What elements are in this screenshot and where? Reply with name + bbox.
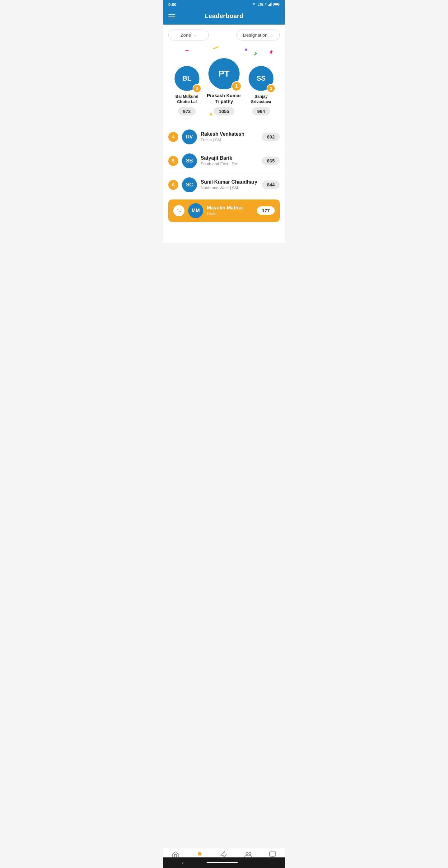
podium-row: BL 2 Bal Mukund Chotte Lal 972 PT 1 Prak… [168, 47, 280, 119]
lte-r: R [265, 3, 267, 6]
list-name: Rakesh Venkatesh [201, 131, 262, 137]
list-avatar: SB [182, 153, 197, 168]
avatar-second: BL 2 [174, 66, 199, 91]
current-avatar: MM [188, 203, 203, 218]
current-user-subtitle: Head [207, 211, 257, 216]
podium-second[interactable]: BL 2 Bal Mukund Chotte Lal 972 [168, 66, 205, 116]
designation-chevron: ⌄ [270, 33, 273, 37]
svg-rect-5 [279, 4, 280, 5]
rank-badge: 6 [168, 180, 178, 190]
list-name: Satyajit Barik [201, 155, 262, 161]
podium-score-first: 1055 [214, 107, 234, 116]
wifi-icon [251, 2, 256, 6]
header: Leaderboard [163, 9, 285, 25]
current-user-name: Mayukh Mathur [207, 205, 257, 211]
podium-score-second: 972 [178, 107, 196, 116]
svg-rect-0 [268, 5, 269, 6]
status-icons: LTE R [251, 2, 280, 6]
rank-badge: 5 [168, 156, 178, 166]
main-content: Zone ⌄ Designation ⌄ [163, 25, 285, 243]
svg-rect-3 [271, 2, 272, 6]
rank-badge-second: 2 [193, 84, 201, 93]
list-subtitle: Focus | SM [201, 137, 262, 142]
list-info: Rakesh Venkatesh Focus | SM [201, 131, 262, 142]
list-score: 892 [262, 132, 280, 141]
rank-badge: 4 [168, 132, 178, 142]
list-score: 844 [262, 181, 280, 189]
avatar-third: SS 3 [249, 66, 274, 91]
designation-filter[interactable]: Designation ⌄ [236, 30, 280, 40]
list-subtitle: North and West | SM [201, 185, 262, 190]
page-title: Leaderboard [175, 12, 273, 20]
list-score: 865 [262, 157, 280, 165]
svg-rect-1 [269, 4, 270, 6]
podium-name-second: Bal Mukund Chotte Lal [171, 94, 202, 104]
avatar-first: PT 1 [209, 58, 239, 89]
list-subtitle: South and East | SM [201, 161, 262, 166]
rank-badge-first: 1 [231, 81, 242, 91]
zone-filter[interactable]: Zone ⌄ [168, 30, 209, 40]
list-name: Sunil Kumar Chaudhary [201, 179, 262, 185]
signal-icon [268, 2, 272, 6]
svg-rect-6 [274, 3, 278, 5]
list-avatar: RV [182, 129, 197, 145]
list-item[interactable]: 5 SB Satyajit Barik South and East | SM … [163, 149, 285, 173]
lte-label: LTE [258, 3, 263, 6]
rank-badge-third: 3 [267, 84, 275, 93]
current-user-info: Mayukh Mathur Head [207, 205, 257, 216]
list-item[interactable]: 6 SC Sunil Kumar Chaudhary North and Wes… [163, 173, 285, 197]
list-avatar: SC [182, 177, 197, 192]
podium-name-first: Prakash Kumar Tripathy [205, 92, 242, 104]
current-user-score: 177 [257, 206, 275, 215]
podium-section: BL 2 Bal Mukund Chotte Lal 972 PT 1 Prak… [163, 44, 285, 125]
designation-label: Designation [243, 32, 267, 38]
podium-name-third: Sanjay Srivastava [247, 94, 275, 104]
zone-label: Zone [181, 32, 191, 38]
svg-rect-2 [270, 3, 271, 6]
status-bar: 9:00 LTE R [163, 0, 285, 9]
podium-third[interactable]: SS 3 Sanjay Srivastava 964 [243, 66, 280, 116]
leaderboard-list: 4 RV Rakesh Venkatesh Focus | SM 892 5 S… [163, 125, 285, 197]
current-rank: 4... [173, 205, 185, 216]
time: 9:00 [168, 2, 177, 7]
list-info: Satyajit Barik South and East | SM [201, 155, 262, 166]
list-item[interactable]: 4 RV Rakesh Venkatesh Focus | SM 892 [163, 125, 285, 149]
zone-chevron: ⌄ [193, 33, 197, 37]
current-user-row[interactable]: 4... MM Mayukh Mathur Head 177 [168, 199, 280, 222]
battery-icon [274, 2, 280, 6]
hamburger-menu[interactable] [168, 14, 175, 18]
filters-row: Zone ⌄ Designation ⌄ [163, 25, 285, 44]
podium-score-third: 964 [252, 107, 270, 116]
podium-first[interactable]: PT 1 Prakash Kumar Tripathy 1055 [205, 58, 242, 116]
list-info: Sunil Kumar Chaudhary North and West | S… [201, 179, 262, 190]
